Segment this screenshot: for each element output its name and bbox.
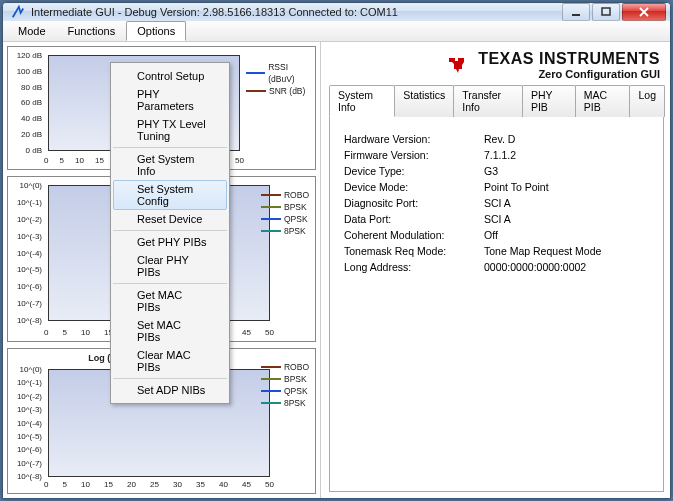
brand-name: TEXAS INSTRUMENTS xyxy=(478,50,660,68)
legend-item: BPSK xyxy=(261,201,309,213)
legend-swatch xyxy=(261,366,281,368)
ti-logo-icon xyxy=(446,53,470,77)
y-axis-labels: 10^(0)10^(-1)10^(-2)10^(-3)10^(-4)10^(-5… xyxy=(8,365,44,481)
chart-legend: ROBOBPSKQPSK8PSK xyxy=(261,189,309,237)
tab-transfer-info[interactable]: Transfer Info xyxy=(453,85,523,117)
legend-label: QPSK xyxy=(284,213,308,225)
info-label: Coherent Modulation: xyxy=(344,227,484,243)
info-value: SCI A xyxy=(484,195,649,211)
svg-rect-0 xyxy=(572,14,580,16)
menu-item-set-system-config[interactable]: Set System Config xyxy=(113,180,227,210)
menu-options[interactable]: Options xyxy=(126,21,186,41)
legend-item: 8PSK xyxy=(261,225,309,237)
legend-swatch xyxy=(261,378,281,380)
legend-label: 8PSK xyxy=(284,397,306,409)
menu-item-set-adp-nibs[interactable]: Set ADP NIBs xyxy=(113,381,227,399)
legend-label: SNR (dB) xyxy=(269,85,305,97)
info-pane: TEXAS INSTRUMENTS Zero Configuration GUI… xyxy=(321,42,670,498)
info-value: Point To Point xyxy=(484,179,649,195)
menu-item-control-setup[interactable]: Control Setup xyxy=(113,67,227,85)
titlebar[interactable]: Intermediate GUI - Debug Version: 2.98.5… xyxy=(3,3,670,21)
info-label: Hardware Version: xyxy=(344,131,484,147)
legend-item: QPSK xyxy=(261,385,309,397)
info-value: 7.1.1.2 xyxy=(484,147,649,163)
legend-label: RSSI (dBuV) xyxy=(268,61,315,85)
info-row: Firmware Version:7.1.1.2 xyxy=(344,147,649,163)
info-label: Diagnositc Port: xyxy=(344,195,484,211)
info-label: Tonemask Req Mode: xyxy=(344,243,484,259)
tab-system-info[interactable]: System Info xyxy=(329,85,395,117)
info-value: Tone Map Request Mode xyxy=(484,243,649,259)
tab-log[interactable]: Log xyxy=(629,85,665,117)
legend-item: ROBO xyxy=(261,189,309,201)
legend-item: BPSK xyxy=(261,373,309,385)
info-row: Device Type:G3 xyxy=(344,163,649,179)
legend-swatch xyxy=(261,206,281,208)
info-row: Long Address:0000:0000:0000:0002 xyxy=(344,259,649,275)
chart-legend: ROBOBPSKQPSK8PSK xyxy=(261,361,309,409)
info-value: SCI A xyxy=(484,211,649,227)
info-label: Long Address: xyxy=(344,259,484,275)
maximize-button[interactable] xyxy=(592,3,620,21)
legend-swatch xyxy=(261,230,281,232)
info-row: Tonemask Req Mode:Tone Map Request Mode xyxy=(344,243,649,259)
legend-swatch xyxy=(261,194,281,196)
app-window: Intermediate GUI - Debug Version: 2.98.5… xyxy=(2,2,671,499)
legend-label: QPSK xyxy=(284,385,308,397)
tab-bar: System InfoStatisticsTransfer InfoPHY PI… xyxy=(329,84,664,117)
legend-swatch xyxy=(246,72,265,74)
system-info-panel: Hardware Version:Rev. DFirmware Version:… xyxy=(329,117,664,492)
info-row: Diagnositc Port:SCI A xyxy=(344,195,649,211)
info-value: G3 xyxy=(484,163,649,179)
menu-item-get-system-info[interactable]: Get System Info xyxy=(113,150,227,180)
info-row: Hardware Version:Rev. D xyxy=(344,131,649,147)
info-label: Data Port: xyxy=(344,211,484,227)
legend-label: 8PSK xyxy=(284,225,306,237)
menu-item-phy-parameters[interactable]: PHY Parameters xyxy=(113,85,227,115)
legend-item: QPSK xyxy=(261,213,309,225)
menu-item-clear-phy-pibs[interactable]: Clear PHY PIBs xyxy=(113,251,227,281)
menu-item-set-mac-pibs[interactable]: Set MAC PIBs xyxy=(113,316,227,346)
info-label: Device Mode: xyxy=(344,179,484,195)
options-dropdown: Control SetupPHY ParametersPHY TX Level … xyxy=(110,62,230,404)
window-title: Intermediate GUI - Debug Version: 2.98.5… xyxy=(31,6,562,18)
legend-label: BPSK xyxy=(284,201,307,213)
legend-label: ROBO xyxy=(284,361,309,373)
legend-swatch xyxy=(261,218,281,220)
app-icon xyxy=(11,5,25,19)
info-value: Rev. D xyxy=(484,131,649,147)
brand-header: TEXAS INSTRUMENTS Zero Configuration GUI xyxy=(329,46,664,82)
info-label: Device Type: xyxy=(344,163,484,179)
menu-item-reset-device[interactable]: Reset Device xyxy=(113,210,227,228)
brand-subtitle: Zero Configuration GUI xyxy=(478,68,660,80)
menu-item-get-mac-pibs[interactable]: Get MAC PIBs xyxy=(113,286,227,316)
legend-label: ROBO xyxy=(284,189,309,201)
menu-functions[interactable]: Functions xyxy=(57,21,127,41)
x-axis-labels: 05101520253035404550 xyxy=(44,480,274,489)
menu-item-get-phy-pibs[interactable]: Get PHY PIBs xyxy=(113,233,227,251)
content-area: Control SetupPHY ParametersPHY TX Level … xyxy=(3,42,670,498)
info-value: 0000:0000:0000:0002 xyxy=(484,259,649,275)
minimize-button[interactable] xyxy=(562,3,590,21)
legend-item: 8PSK xyxy=(261,397,309,409)
info-row: Data Port:SCI A xyxy=(344,211,649,227)
y-axis-labels: 120 dB100 dB80 dB60 dB40 dB20 dB0 dB xyxy=(8,51,44,155)
tab-mac-pib[interactable]: MAC PIB xyxy=(575,85,631,117)
tab-phy-pib[interactable]: PHY PIB xyxy=(522,85,576,117)
legend-swatch xyxy=(261,390,281,392)
legend-label: BPSK xyxy=(284,373,307,385)
menu-mode[interactable]: Mode xyxy=(7,21,57,41)
info-label: Firmware Version: xyxy=(344,147,484,163)
tab-statistics[interactable]: Statistics xyxy=(394,85,454,117)
legend-item: SNR (dB) xyxy=(246,85,315,97)
info-row: Device Mode:Point To Point xyxy=(344,179,649,195)
info-row: Coherent Modulation:Off xyxy=(344,227,649,243)
window-controls xyxy=(562,3,666,21)
menu-item-phy-tx-level-tuning[interactable]: PHY TX Level Tuning xyxy=(113,115,227,145)
info-value: Off xyxy=(484,227,649,243)
close-button[interactable] xyxy=(622,3,666,21)
menu-item-clear-mac-pibs[interactable]: Clear MAC PIBs xyxy=(113,346,227,376)
svg-rect-1 xyxy=(602,8,610,15)
legend-item: ROBO xyxy=(261,361,309,373)
chart-legend: RSSI (dBuV)SNR (dB) xyxy=(246,61,315,97)
